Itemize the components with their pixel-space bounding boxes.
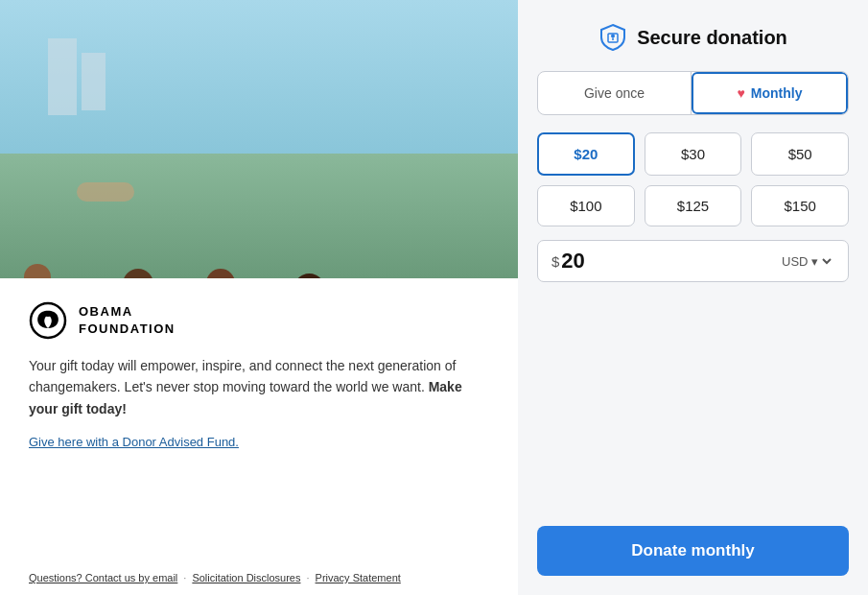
logo-text: OBAMA FOUNDATION (79, 303, 176, 338)
content-area: OBAMA FOUNDATION Your gift today will em… (0, 278, 518, 595)
amount-btn-100[interactable]: $100 (537, 185, 635, 226)
contact-link[interactable]: Questions? Contact us by email (29, 572, 177, 583)
custom-amount-row: $ USD ▾ EUR ▾ GBP ▾ (537, 240, 849, 282)
amount-btn-125[interactable]: $125 (645, 185, 742, 226)
privacy-link[interactable]: Privacy Statement (316, 572, 401, 583)
left-panel: OBAMA FOUNDATION Your gift today will em… (0, 0, 518, 595)
amount-btn-20[interactable]: $20 (537, 132, 635, 176)
daf-link[interactable]: Give here with a Donor Advised Fund. (29, 435, 239, 449)
currency-select[interactable]: USD ▾ EUR ▾ GBP ▾ (778, 253, 834, 270)
heart-icon: ♥ (738, 85, 745, 101)
disclosures-link[interactable]: Solicitation Disclosures (192, 572, 300, 583)
secure-title: Secure donation (637, 27, 787, 49)
amount-grid: $20 $30 $50 $100 $125 $150 (537, 132, 849, 226)
right-panel: Secure donation Give once ♥ Monthly $20 … (518, 0, 868, 595)
amount-btn-150[interactable]: $150 (751, 185, 849, 226)
hero-photo (0, 0, 518, 278)
tab-give-once[interactable]: Give once (538, 72, 692, 114)
description-text: Your gift today will empower, inspire, a… (29, 355, 489, 419)
footer-links: Questions? Contact us by email · Solicit… (29, 572, 401, 583)
svg-point-3 (611, 35, 615, 38)
donation-tabs: Give once ♥ Monthly (537, 71, 849, 115)
amount-btn-30[interactable]: $30 (645, 132, 742, 176)
dollar-sign: $ (551, 253, 559, 270)
shield-icon (598, 23, 627, 52)
custom-amount-input[interactable] (561, 249, 676, 274)
amount-btn-50[interactable]: $50 (751, 132, 849, 176)
obama-foundation-logo (29, 301, 67, 340)
secure-header: Secure donation (537, 23, 849, 52)
logo-area: OBAMA FOUNDATION (29, 301, 489, 340)
svg-point-1 (44, 311, 52, 317)
donate-monthly-button[interactable]: Donate monthly (537, 526, 849, 576)
tab-monthly[interactable]: ♥ Monthly (692, 72, 848, 114)
